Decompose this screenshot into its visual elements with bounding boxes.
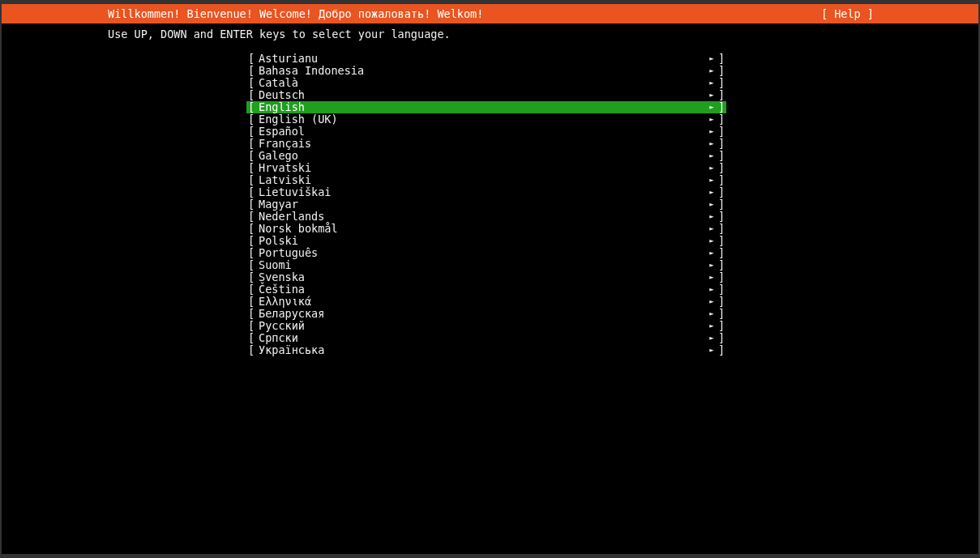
bracket-close: ]	[718, 198, 726, 211]
help-button[interactable]: [ Help ]	[821, 4, 975, 23]
language-option[interactable]: [Español►]	[246, 126, 726, 138]
language-option[interactable]: [English►]	[246, 101, 726, 113]
language-option[interactable]: [Čeština►]	[246, 283, 726, 296]
language-option[interactable]: [Suomi►]	[246, 259, 726, 271]
bracket-close: ]	[718, 186, 726, 198]
bracket-close: ]	[718, 271, 726, 283]
bracket-close: ]	[718, 320, 726, 332]
bracket-close: ]	[718, 296, 726, 308]
language-option[interactable]: [Magyar►]	[246, 198, 726, 211]
bracket-open: [	[246, 296, 259, 308]
language-option[interactable]: [Polski►]	[246, 235, 726, 247]
bracket-close: ]	[718, 77, 726, 89]
chevron-right-icon: ►	[705, 186, 718, 198]
language-option[interactable]: [Русский►]	[246, 320, 726, 332]
bracket-close: ]	[718, 235, 726, 247]
bracket-open: [	[246, 53, 259, 65]
bracket-close: ]	[718, 283, 726, 296]
chevron-right-icon: ►	[705, 332, 718, 344]
chevron-right-icon: ►	[705, 344, 718, 356]
instruction-text: Use UP, DOWN and ENTER keys to select yo…	[2, 28, 978, 46]
language-option[interactable]: [Norsk bokmål►]	[246, 223, 726, 235]
bracket-open: [	[246, 235, 259, 247]
language-name: Српски	[259, 332, 705, 344]
bracket-open: [	[246, 126, 259, 138]
bracket-close: ]	[718, 150, 726, 162]
language-option[interactable]: [Asturianu►]	[246, 53, 726, 65]
bracket-close: ]	[718, 174, 726, 186]
language-name: Deutsch	[259, 89, 705, 101]
language-option[interactable]: [Català►]	[246, 77, 726, 89]
chevron-right-icon: ►	[705, 101, 718, 113]
chevron-right-icon: ►	[705, 283, 718, 296]
language-name: Galego	[259, 150, 705, 162]
language-option[interactable]: [Latviski►]	[246, 174, 726, 186]
language-option[interactable]: [Українська►]	[246, 344, 726, 356]
bracket-open: [	[246, 332, 259, 344]
bracket-close: ]	[718, 113, 726, 126]
language-name: Magyar	[259, 198, 705, 211]
language-option[interactable]: [Deutsch►]	[246, 89, 726, 101]
bracket-open: [	[246, 320, 259, 332]
bracket-open: [	[246, 198, 259, 211]
header-title: Willkommen! Bienvenue! Welcome! Добро по…	[5, 4, 483, 23]
language-option[interactable]: [English (UK)►]	[246, 113, 726, 126]
bracket-close: ]	[718, 332, 726, 344]
language-option[interactable]: [Français►]	[246, 138, 726, 150]
language-name: Català	[259, 77, 705, 89]
language-name: Español	[259, 126, 705, 138]
bracket-open: [	[246, 162, 259, 174]
bracket-close: ]	[718, 89, 726, 101]
chevron-right-icon: ►	[705, 308, 718, 320]
bracket-open: [	[246, 259, 259, 271]
bracket-open: [	[246, 77, 259, 89]
language-name: Latviski	[259, 174, 705, 186]
bracket-open: [	[246, 174, 259, 186]
bracket-close: ]	[718, 65, 726, 77]
bracket-open: [	[246, 247, 259, 259]
language-option[interactable]: [Ελληνικά►]	[246, 296, 726, 308]
bracket-open: [	[246, 138, 259, 150]
chevron-right-icon: ►	[705, 198, 718, 211]
language-name: English (UK)	[259, 113, 705, 126]
language-option[interactable]: [Hrvatski►]	[246, 162, 726, 174]
language-option[interactable]: [Беларуская►]	[246, 308, 726, 320]
language-name: Asturianu	[259, 53, 705, 65]
bracket-close: ]	[718, 53, 726, 65]
language-option[interactable]: [Svenska►]	[246, 271, 726, 283]
content-area: Use UP, DOWN and ENTER keys to select yo…	[2, 23, 978, 356]
chevron-right-icon: ►	[705, 223, 718, 235]
chevron-right-icon: ►	[705, 113, 718, 126]
chevron-right-icon: ►	[705, 271, 718, 283]
language-name: Українська	[259, 344, 705, 356]
language-name: Nederlands	[259, 211, 705, 223]
chevron-right-icon: ►	[705, 126, 718, 138]
language-option[interactable]: [Português►]	[246, 247, 726, 259]
bracket-open: [	[246, 344, 259, 356]
language-name: Suomi	[259, 259, 705, 271]
installer-frame: Willkommen! Bienvenue! Welcome! Добро по…	[0, 0, 980, 558]
language-option[interactable]: [Galego►]	[246, 150, 726, 162]
chevron-right-icon: ►	[705, 174, 718, 186]
bracket-open: [	[246, 89, 259, 101]
header-bar: Willkommen! Bienvenue! Welcome! Добро по…	[2, 4, 978, 23]
bracket-close: ]	[718, 223, 726, 235]
language-option[interactable]: [Nederlands►]	[246, 211, 726, 223]
language-name: English	[259, 101, 705, 113]
bracket-open: [	[246, 113, 259, 126]
bracket-open: [	[246, 150, 259, 162]
language-name: Беларуская	[259, 308, 705, 320]
language-list: [Asturianu►][Bahasa Indonesia►][Català►]…	[2, 46, 978, 356]
language-name: Norsk bokmål	[259, 223, 705, 235]
language-option[interactable]: [Bahasa Indonesia►]	[246, 65, 726, 77]
chevron-right-icon: ►	[705, 259, 718, 271]
bracket-close: ]	[718, 101, 726, 113]
chevron-right-icon: ►	[705, 53, 718, 65]
language-option[interactable]: [Српски►]	[246, 332, 726, 344]
language-name: Svenska	[259, 271, 705, 283]
bracket-close: ]	[718, 247, 726, 259]
chevron-right-icon: ►	[705, 77, 718, 89]
bracket-open: [	[246, 65, 259, 77]
language-option[interactable]: [Lietuviškai►]	[246, 186, 726, 198]
chevron-right-icon: ►	[705, 320, 718, 332]
